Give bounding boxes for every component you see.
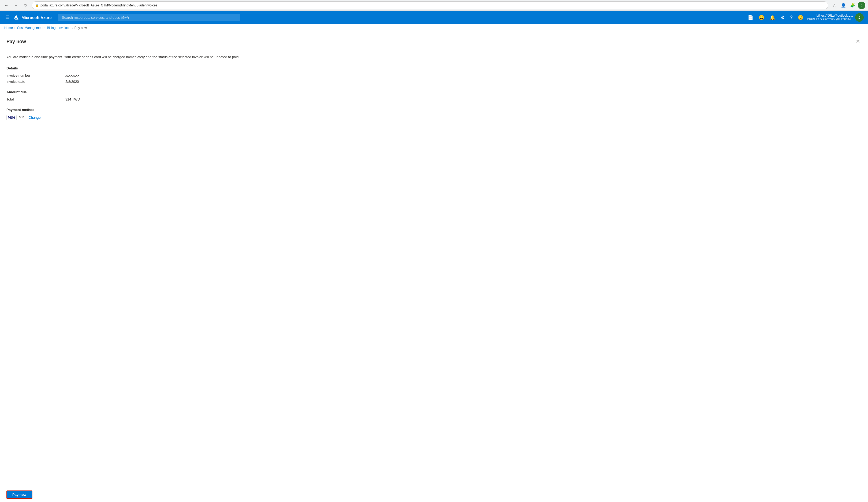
amount-due-heading: Amount due [7,90,861,94]
help-icon[interactable]: ? [788,13,794,22]
card-dots: **** [19,115,24,120]
azure-header-right: 📄 😀 🔔 ⚙ ? 🙂 billtest456tw@outlook.c... D… [746,13,864,22]
azure-logo-icon [14,15,19,20]
pay-now-button[interactable]: Pay now [7,491,32,499]
invoice-date-row: Invoice date 2/8/2020 [7,80,861,84]
notice-text: You are making a one-time payment. Your … [7,54,861,60]
forward-button[interactable]: → [12,2,20,9]
total-label: Total [7,97,65,101]
back-button[interactable]: ← [3,2,10,9]
url-input[interactable] [40,3,825,7]
payment-method-row: VISA **** Change [7,115,861,120]
payment-method-heading: Payment method [7,108,861,112]
azure-search-input[interactable] [58,14,240,21]
amount-due-section: Amount due Total 314 TWD [7,90,861,101]
change-payment-link[interactable]: Change [28,115,41,120]
address-bar: 🔒 [32,1,828,9]
user-email: billtest456tw@outlook.c... [817,14,853,18]
hamburger-menu[interactable]: ☰ [4,13,11,21]
invoice-number-row: Invoice number xxxxxxxx [7,73,861,78]
breadcrumb-sep-1: › [14,26,16,30]
breadcrumb-billing[interactable]: Cost Management + Billing - Invoices [17,26,70,30]
bookmark-icon[interactable]: ☆ [830,2,838,9]
total-value: 314 TWD [65,97,80,101]
user-directory: DEFAULT DIRECTORY (BILLTEST4... [807,18,853,21]
breadcrumb-current: Pay now [74,26,87,30]
notifications-icon[interactable]: 🔔 [768,13,777,22]
azure-logo: Microsoft Azure [14,15,52,20]
azure-user-avatar[interactable]: J [855,13,864,22]
close-button[interactable]: ✕ [854,38,861,45]
azure-header: ☰ Microsoft Azure 📄 😀 🔔 ⚙ ? 🙂 billtest45… [0,11,868,24]
invoice-number-label: Invoice number [7,73,65,78]
breadcrumb-sep-2: › [72,26,73,30]
payment-method-section: Payment method VISA **** Change [7,108,861,120]
settings-icon[interactable]: ⚙ [779,13,786,22]
breadcrumb-home[interactable]: Home [4,26,13,30]
user-info[interactable]: billtest456tw@outlook.c... DEFAULT DIREC… [807,14,853,21]
invoice-number-value: xxxxxxxx [65,73,79,78]
panel-header: Pay now ✕ [7,38,861,49]
browser-user-avatar[interactable]: J [858,2,865,9]
lock-icon: 🔒 [35,3,39,7]
total-row: Total 314 TWD [7,97,861,101]
invoice-date-value: 2/8/2020 [65,80,79,84]
profile-icon[interactable]: 👤 [840,2,847,9]
visa-logo: VISA [7,115,17,120]
main-container: Home › Cost Management + Billing - Invoi… [0,24,868,502]
details-section: Details Invoice number xxxxxxxx Invoice … [7,66,861,84]
feedback-icon[interactable]: 😀 [757,13,766,22]
panel: Pay now ✕ You are making a one-time paym… [0,32,868,499]
invoice-date-label: Invoice date [7,80,65,84]
panel-title: Pay now [7,39,26,44]
cloud-shell-icon[interactable]: 📄 [746,13,755,22]
browser-toolbar-right: ☆ 👤 🧩 J [830,2,865,9]
extension-icon[interactable]: 🧩 [849,2,856,9]
refresh-button[interactable]: ↻ [22,2,30,9]
browser-toolbar: ← → ↻ 🔒 ☆ 👤 🧩 J [0,0,868,11]
panel-footer: Pay now [0,487,868,502]
details-heading: Details [7,66,861,70]
azure-logo-text: Microsoft Azure [21,15,52,20]
directory-icon[interactable]: 🙂 [796,13,805,22]
azure-search [58,14,240,21]
breadcrumb: Home › Cost Management + Billing - Invoi… [0,24,868,32]
